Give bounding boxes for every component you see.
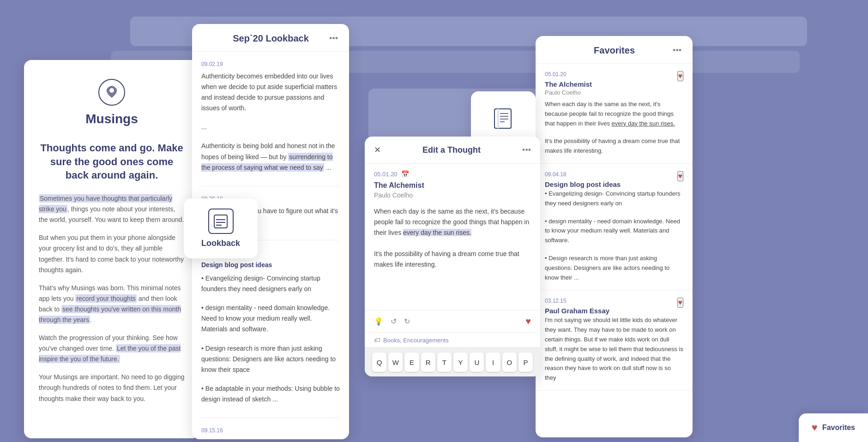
tag-chip: Books, Encouragements	[383, 337, 449, 344]
svg-rect-2	[214, 215, 227, 228]
favorites-entry-1: 05.01.20 ♥ The Alchemist Paulo Coelho Wh…	[536, 64, 693, 164]
fav-date-1: 05.01.20	[545, 71, 683, 78]
edit-book-title: The Alchemist	[365, 181, 540, 191]
lookback-icon	[208, 209, 234, 234]
key-E[interactable]: E	[404, 352, 419, 372]
onboarding-body: Sometimes you have thoughts that particu…	[39, 193, 185, 412]
favorites-fab[interactable]: ♥ Favorites	[799, 413, 868, 442]
key-P[interactable]: P	[518, 352, 533, 372]
undo-btn[interactable]: ↺	[391, 317, 397, 326]
app-title: Musings	[85, 112, 138, 126]
favorites-header: Favorites •••	[536, 36, 693, 64]
edit-body[interactable]: When each day is the same as the next, i…	[365, 204, 540, 310]
toolbar-left: 💡 ↺ ↻	[374, 317, 410, 326]
tag-icon: 🏷	[374, 336, 380, 344]
lookback-entry-4: 09.15.16 Patience Appreciation for life'…	[201, 427, 340, 439]
edit-modal-title: Edit a Thought	[422, 145, 481, 155]
onboarding-headline: Thoughts come and go. Make sure the good…	[39, 141, 185, 182]
fav-book-title-2: Design blog post ideas	[545, 180, 683, 188]
fav-text-1: When each day is the same as the next, i…	[545, 100, 683, 128]
lookback-title: Sep`20 Lookback	[214, 33, 327, 44]
entry-text-3d: • Design research is more than just aski…	[201, 343, 340, 375]
fav-text-2c: • Design research is more than just aski…	[545, 254, 683, 282]
fav-heart-2[interactable]: ♥	[677, 171, 684, 181]
heart-btn[interactable]: ♥	[525, 316, 531, 327]
edit-thought-modal: ✕ Edit a Thought ••• 05.01.20 📅 The Alch…	[365, 137, 540, 376]
fav-heart-1[interactable]: ♥	[677, 71, 684, 81]
favorites-entry-3: 03.12.15 ♥ Paul Graham Essay I'm not say…	[536, 290, 693, 391]
key-O[interactable]: O	[502, 352, 517, 372]
entry-text-4a: Patience	[201, 437, 340, 439]
entry-text-1b: ...	[201, 122, 340, 132]
fav-text-2: • Evangelizing design- Convincing startu…	[545, 189, 683, 209]
edit-toolbar: 💡 ↺ ↻ ♥	[365, 310, 540, 332]
lookback-icon-card[interactable]: Lookback	[184, 198, 258, 258]
entry-text-3e: • Be adaptable in your methods: Using bu…	[201, 383, 340, 405]
key-W[interactable]: W	[388, 352, 403, 372]
fav-text-1b: It's the possibility of having a dream c…	[545, 137, 683, 156]
favorites-entry-2: 09.04.18 ♥ Design blog post ideas • Evan…	[536, 164, 693, 290]
edit-meta: 05.01.20 📅	[365, 164, 540, 181]
favorites-card: Favorites ••• 05.01.20 ♥ The Alchemist P…	[536, 36, 693, 437]
key-I[interactable]: I	[486, 352, 500, 372]
fab-label: Favorites	[822, 424, 855, 432]
fab-heart-icon: ♥	[812, 422, 818, 434]
svg-rect-7	[497, 109, 499, 128]
lookback-entry-3: 09.15.16 Design blog post ideas • Evange…	[201, 250, 340, 405]
fav-book-title-1: The Alchemist	[545, 80, 683, 88]
favorites-more-btn[interactable]: •••	[671, 46, 683, 55]
fav-book-title-3: Paul Graham Essay	[545, 307, 683, 315]
lookback-more-btn[interactable]: •••	[327, 34, 340, 43]
key-Q[interactable]: Q	[372, 352, 386, 372]
onboarding-card: Musings Thoughts come and go. Make sure …	[24, 60, 199, 438]
fav-text-2b: • design mentality - need domain knowled…	[545, 217, 683, 245]
edit-header: ✕ Edit a Thought •••	[365, 137, 540, 164]
key-T[interactable]: T	[437, 352, 452, 372]
key-U[interactable]: U	[470, 352, 484, 372]
svg-rect-6	[494, 109, 511, 128]
calendar-icon: 📅	[401, 170, 409, 178]
fav-date-2: 09.04.18	[545, 171, 683, 178]
fav-text-3: I'm not saying we should let little kids…	[545, 316, 683, 383]
fav-date-3: 03.12.15	[545, 298, 683, 304]
thoughts-icon	[489, 105, 517, 133]
lookback-entry-1: 09.02.19 Authenticity becomes embedded i…	[201, 61, 340, 173]
edit-author: Paulo Coelho	[365, 191, 540, 204]
entry-text-3a: Design blog post ideas	[201, 260, 340, 270]
favorites-title: Favorites	[558, 45, 671, 56]
entry-text-1: Authenticity becomes embedded into our l…	[201, 71, 340, 113]
key-Y[interactable]: Y	[453, 352, 468, 372]
key-R[interactable]: R	[421, 352, 435, 372]
lookback-header: Sep`20 Lookback •••	[192, 24, 349, 52]
lightbulb-btn[interactable]: 💡	[374, 317, 383, 326]
edit-date: 05.01.20	[374, 171, 398, 178]
entry-date-4: 09.15.16	[201, 427, 340, 434]
keyboard-row: Q W E R T Y U I O P	[365, 347, 540, 376]
fav-author-1: Paulo Coelho	[545, 89, 683, 96]
tags-row: 🏷 Books, Encouragements	[365, 332, 540, 347]
lookback-icon-label: Lookback	[201, 239, 240, 248]
redo-btn[interactable]: ↻	[404, 317, 410, 326]
edit-close-btn[interactable]: ✕	[374, 145, 381, 155]
entry-text-3b: • Evangelizing design- Convincing startu…	[201, 273, 340, 294]
entry-text-3c: • design mentality - need domain knowled…	[201, 303, 340, 334]
entry-text-1c: Authenticity is being bold and honest no…	[201, 141, 340, 173]
edit-more-btn[interactable]: •••	[522, 145, 531, 155]
entry-date-1: 09.02.19	[201, 61, 340, 67]
app-logo	[98, 78, 126, 106]
fav-heart-3[interactable]: ♥	[677, 298, 684, 308]
